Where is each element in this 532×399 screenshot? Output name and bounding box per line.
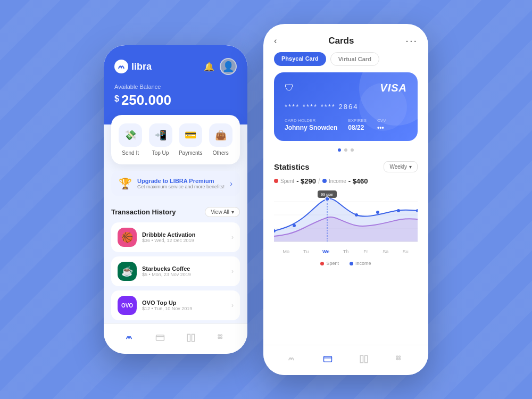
action-others[interactable]: 👜 Others (209, 123, 232, 156)
svg-rect-2 (187, 334, 190, 342)
upgrade-subtitle: Get maximum service and more benefits! (137, 184, 225, 189)
svg-point-29 (399, 359, 401, 360)
phone2: ‹ Cards ··· Phsycal Card Virtual Card 🛡 … (263, 24, 428, 375)
visa-logo: VISA (380, 82, 407, 94)
upgrade-title: Upgrade to LIBRA Premium (137, 178, 225, 184)
cvv-label: CVV (377, 118, 386, 123)
tx-title: Transaction History (111, 208, 176, 216)
upgrade-banner[interactable]: 🏆 Upgrade to LIBRA Premium Get maximum s… (111, 171, 240, 196)
nav2-menu[interactable] (392, 352, 407, 367)
balance-amount: $ 250.000 (114, 92, 237, 109)
card-expires-field: EXPIRES 08/22 (348, 118, 367, 131)
svg-point-6 (218, 337, 220, 339)
nav2-transfer[interactable] (356, 352, 371, 367)
credit-card: 🛡 VISA **** **** **** 2864 CARD HOLDER J… (274, 72, 418, 141)
income-value: - $460 (348, 177, 368, 185)
income-label: Income (329, 178, 346, 184)
avatar[interactable]: 👤 (220, 58, 237, 75)
statistics-chart: 99 user Mo Tu We Th Fr (274, 188, 418, 257)
payments-icon: 💳 (179, 123, 202, 147)
svg-point-18 (355, 213, 358, 217)
card-holder-field: CARD HOLDER Johnny Snowden (285, 118, 337, 131)
tx-info-starbucks: Starbucks Coffee $5 • Mon, 23 Nov 2019 (142, 265, 226, 277)
view-all-button[interactable]: View All ▾ (205, 207, 240, 217)
action-sendit[interactable]: 💸 Send It (119, 123, 142, 156)
day-su: Su (396, 249, 415, 254)
svg-point-16 (293, 224, 296, 227)
tx-arrow-icon-2: › (231, 268, 234, 275)
starbucks-logo: ☕ (118, 262, 137, 281)
card-tabs: Phsycal Card Virtual Card (263, 52, 428, 72)
income-dot (322, 179, 327, 183)
svg-point-5 (221, 335, 222, 336)
dot-3[interactable] (351, 148, 354, 152)
action-topup[interactable]: 📲 Top Up (149, 123, 172, 156)
action-payments[interactable]: 💳 Payments (179, 123, 202, 156)
day-we: We (316, 249, 336, 254)
nav2-home[interactable] (285, 352, 300, 367)
expires-value: 08/22 (348, 124, 367, 131)
stats-values: Spent - $290 / Income - $460 (274, 177, 418, 185)
svg-point-7 (221, 337, 222, 339)
svg-point-17 (325, 197, 329, 201)
libra-logo: libra (114, 60, 152, 73)
weekly-selector[interactable]: Weekly ▾ (384, 161, 418, 172)
stats-title: Statistics (274, 162, 310, 171)
svg-point-4 (218, 335, 220, 336)
dropdown-icon: ▾ (231, 209, 234, 215)
day-fr: Fr (356, 249, 376, 254)
dribbble-logo: 🏀 (118, 228, 137, 247)
upgrade-text: Upgrade to LIBRA Premium Get maximum ser… (137, 178, 225, 189)
phone1-header: libra 🔔 👤 Available Balance $ 250.000 (104, 45, 247, 124)
weekly-dropdown-icon: ▾ (409, 164, 412, 170)
more-button[interactable]: ··· (405, 35, 418, 47)
nav-home[interactable] (122, 330, 137, 345)
tab-physical[interactable]: Phsycal Card (274, 52, 326, 66)
tx-item-ovo[interactable]: OVO OVO Top Up $12 • Tue, 10 Nov 2019 › (111, 290, 240, 320)
ovo-logo: OVO (118, 296, 137, 315)
nav2-card[interactable] (320, 352, 335, 367)
tx-arrow-icon: › (231, 234, 234, 241)
card-bottom: CARD HOLDER Johnny Snowden EXPIRES 08/22… (285, 118, 407, 131)
legend-income-label: Income (355, 261, 371, 266)
phone1: libra 🔔 👤 Available Balance $ 250.000 💸 … (104, 45, 247, 354)
app-name: libra (131, 61, 152, 72)
tx-item-starbucks[interactable]: ☕ Starbucks Coffee $5 • Mon, 23 Nov 2019… (111, 256, 240, 286)
legend-income: Income (350, 261, 371, 266)
topup-icon: 📲 (149, 123, 172, 147)
nav-menu[interactable] (214, 330, 229, 345)
day-mo: Mo (276, 249, 296, 254)
nav-transfer[interactable] (184, 330, 198, 345)
bottom-nav-phone1 (104, 323, 247, 354)
tx-name-ovo: OVO Top Up (142, 300, 226, 306)
day-tu: Tu (296, 249, 315, 254)
expires-label: EXPIRES (348, 118, 367, 123)
tx-meta-starbucks: $5 • Mon, 23 Nov 2019 (142, 272, 226, 277)
stats-section: Statistics Weekly ▾ Spent - $290 / Incom… (263, 156, 428, 269)
dot-2[interactable] (344, 148, 347, 152)
weekly-label: Weekly (389, 164, 407, 170)
legend-income-dot (350, 262, 353, 265)
nav-card[interactable] (153, 330, 168, 345)
spent-label: Spent (280, 178, 294, 184)
svg-rect-22 (324, 356, 332, 362)
payments-label: Payments (179, 150, 202, 156)
chart-legend: Spent Income (274, 257, 418, 269)
tx-header: Transaction History View All ▾ (111, 207, 240, 217)
day-th: Th (336, 249, 355, 254)
tx-meta-ovo: $12 • Tue, 10 Nov 2019 (142, 306, 226, 311)
spent-dot (274, 179, 278, 183)
legend-spent-dot (320, 262, 324, 265)
back-button[interactable]: ‹ (274, 36, 277, 46)
tx-meta-dribbble: $36 • Wed, 12 Dec 2019 (142, 238, 226, 243)
svg-rect-24 (360, 355, 363, 363)
tx-name-starbucks: Starbucks Coffee (142, 265, 226, 272)
bell-icon[interactable]: 🔔 (204, 62, 214, 72)
tx-item-dribbble[interactable]: 🏀 Dribbble Activation $36 • Wed, 12 Dec … (111, 222, 240, 252)
currency-symbol: $ (114, 94, 119, 104)
dot-1[interactable] (338, 148, 341, 152)
topbar: libra 🔔 👤 (114, 58, 237, 75)
chart-labels: Mo Tu We Th Fr Sa Su (274, 247, 418, 254)
bottom-nav-phone2 (263, 345, 428, 375)
tab-virtual[interactable]: Virtual Card (330, 52, 379, 66)
